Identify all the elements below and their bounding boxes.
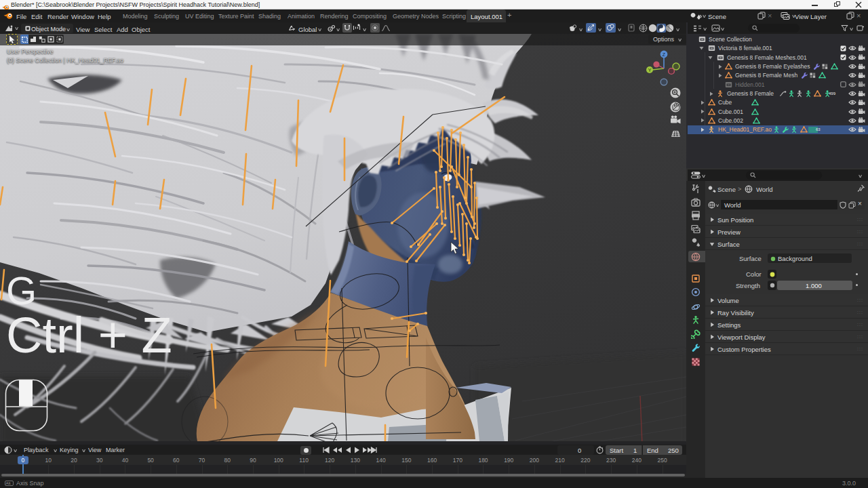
svg-text:Z: Z	[663, 52, 666, 57]
svg-text:Y: Y	[648, 68, 652, 73]
